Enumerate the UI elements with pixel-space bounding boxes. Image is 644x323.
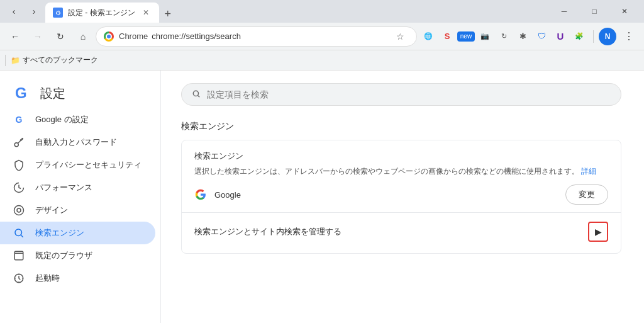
menu-button[interactable]: ⋮ [619,26,639,47]
svg-point-4 [17,208,21,212]
settings-search-icon [192,89,201,100]
home-button[interactable]: ⌂ [73,26,93,47]
sidebar-item-label-google: Google の設定 [35,114,143,125]
back-button[interactable]: ← [5,26,25,47]
manage-arrow-button[interactable]: ▶ [588,222,608,242]
titlebar-back-button[interactable]: ‹ [5,3,23,20]
browser-label: Chrome [119,31,148,41]
bookmark-star-button[interactable]: ☆ [391,28,409,45]
card-title: 検索エンジン [194,150,608,162]
sidebar-item-privacy[interactable]: プライバシーとセキュリティ [0,154,155,176]
extensions-area: 🌐 S new 📷 ↻ ✱ 🛡 U 🧩 [419,28,588,45]
design-icon [13,204,25,217]
titlebar-left: ‹ › [5,3,43,20]
google-engine-icon [194,188,207,201]
main-content: G 設定 G Google の設定 自動入力とパスワード プライバシーとセキュリ… [0,71,644,323]
manage-label: 検索エンジンとサイト内検索を管理する [194,226,588,237]
maximize-button[interactable]: □ [580,1,609,21]
tab-favicon: ⚙ [53,8,63,18]
sidebar-item-label-design: デザイン [35,205,143,216]
sidebar-item-design[interactable]: デザイン [0,199,155,222]
startup-icon [13,272,25,285]
manage-row: 検索エンジンとサイト内検索を管理する ▶ [194,213,608,243]
sidebar-item-performance[interactable]: パフォーマンス [0,176,155,199]
svg-rect-7 [14,251,23,260]
search-engine-card: 検索エンジン 選択した検索エンジンは、アドレスバーからの検索やウェブページの画像… [181,140,621,254]
ext8-button[interactable]: 🧩 [570,28,588,45]
search-icon [13,227,25,239]
svg-point-5 [14,206,24,215]
sidebar-item-startup[interactable]: 起動時 [0,267,155,290]
svg-point-9 [193,91,198,96]
sidebar: G 設定 G Google の設定 自動入力とパスワード プライバシーとセキュリ… [0,71,161,323]
key-icon [13,136,25,149]
sidebar-item-label-search: 検索エンジン [35,227,143,239]
svg-text:G: G [15,84,27,101]
ext1-button[interactable]: 🌐 [419,28,437,45]
address-bar[interactable]: Chrome chrome://settings/search ☆ [96,26,417,47]
sidebar-item-label-performance: パフォーマンス [35,182,143,193]
sidebar-item-autofill[interactable]: 自動入力とパスワード [0,131,155,154]
forward-button[interactable]: → [28,26,48,47]
sidebar-item-search[interactable]: 検索エンジン [0,222,155,244]
chrome-logo-icon [104,31,114,42]
ext6-button[interactable]: 🛡 [533,28,550,45]
settings-logo-icon: G [13,83,33,103]
sidebar-item-browser[interactable]: 既定のブラウザ [0,244,155,267]
ext-new-button[interactable]: new [457,31,475,42]
card-description: 選択した検索エンジンは、アドレスバーからの検索やウェブページの画像からの検索など… [194,166,608,177]
ext2-button[interactable]: S [438,28,456,45]
toolbar: ← → ↻ ⌂ Chrome chrome://settings/search … [0,23,644,50]
bookmarks-bar: 📁 すべてのブックマーク [0,50,644,71]
toolbar-divider [593,30,594,43]
bookmarks-link[interactable]: 📁 すべてのブックマーク [11,55,98,65]
new-tab-button[interactable]: + [159,5,177,23]
google-icon: G [13,113,25,126]
engine-name: Google [214,190,558,200]
change-engine-button[interactable]: 変更 [565,184,608,205]
sidebar-item-label-browser: 既定のブラウザ [35,250,143,261]
ext5-button[interactable]: ✱ [514,28,531,45]
details-link[interactable]: 詳細 [581,167,596,176]
close-window-button[interactable]: ✕ [610,1,639,21]
browser-icon [13,249,25,262]
tabs-area: ⚙ 設定 - 検索エンジン ✕ + [45,0,547,23]
svg-point-3 [14,143,18,147]
settings-title: 設定 [40,85,65,102]
content-area: 検索エンジン 検索エンジン 選択した検索エンジンは、アドレスバーからの検索やウェ… [161,71,644,323]
ext3-button[interactable]: 📷 [476,28,494,45]
sidebar-item-label-autofill: 自動入力とパスワード [35,137,143,148]
folder-icon: 📁 [11,56,20,65]
reload-button[interactable]: ↻ [50,26,70,47]
sidebar-item-google[interactable]: G Google の設定 [0,108,155,131]
url-text: chrome://settings/search [152,31,241,41]
ext4-button[interactable]: ↻ [495,28,513,45]
titlebar: ‹ › ⚙ 設定 - 検索エンジン ✕ + ─ □ ✕ [0,0,644,23]
tab-title: 設定 - 検索エンジン [68,8,135,18]
svg-point-6 [15,229,22,236]
tab-close-button[interactable]: ✕ [140,7,152,18]
bookmarks-divider [5,55,6,66]
engine-row: Google 変更 [194,184,608,205]
ext7-button[interactable]: U [552,28,569,45]
address-url: Chrome chrome://settings/search [119,31,386,41]
performance-icon [13,181,25,194]
titlebar-forward-button[interactable]: › [25,3,43,20]
settings-search-input[interactable] [207,89,611,99]
profile-button[interactable]: N [599,28,616,45]
section-title: 検索エンジン [181,121,624,132]
sidebar-item-label-privacy: プライバシーとセキュリティ [35,159,143,171]
active-tab[interactable]: ⚙ 設定 - 検索エンジン ✕ [45,3,159,23]
minimize-button[interactable]: ─ [550,1,579,21]
window-controls: ─ □ ✕ [550,1,639,21]
sidebar-item-label-startup: 起動時 [35,273,143,284]
settings-header: G 設定 [0,76,160,108]
settings-search-box[interactable] [181,83,621,106]
bookmarks-label: すべてのブックマーク [23,55,98,65]
shield-icon [13,159,25,171]
